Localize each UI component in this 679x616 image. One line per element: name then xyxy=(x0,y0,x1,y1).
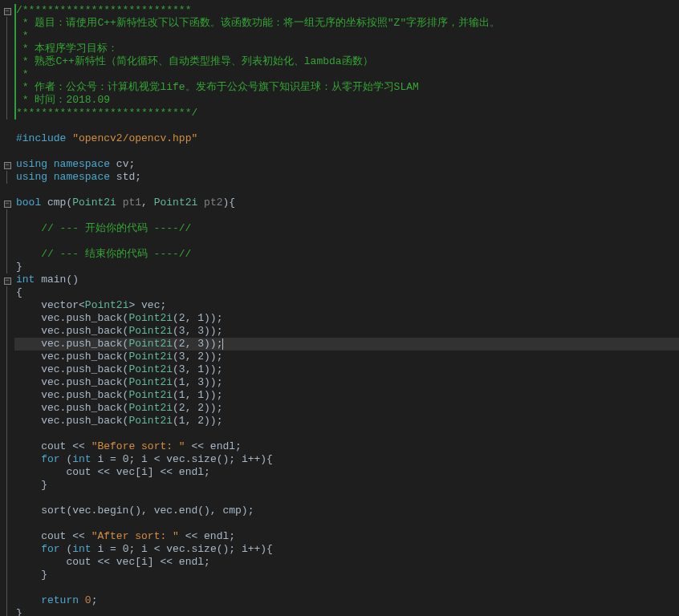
code-line[interactable]: for (int i = 0; i < vec.size(); i++){ xyxy=(14,543,679,556)
code-line[interactable] xyxy=(14,184,679,197)
code-line[interactable]: * 时间：2018.09 xyxy=(14,94,679,107)
code-line[interactable]: * 本程序学习目标： xyxy=(14,43,679,55)
fold-toggle[interactable]: − xyxy=(0,4,14,17)
code-line[interactable] xyxy=(14,209,679,222)
code-line[interactable]: using namespace std; xyxy=(14,171,679,184)
code-line[interactable]: return 0; xyxy=(14,594,679,607)
code-line[interactable] xyxy=(14,582,679,594)
code-line[interactable]: vec.push_back(Point2i(2, 2)); xyxy=(14,402,679,415)
code-line[interactable]: vector<Point2i> vec; xyxy=(14,299,679,312)
code-line[interactable]: vec.push_back(Point2i(1, 1)); xyxy=(14,389,679,402)
minus-icon: − xyxy=(4,278,11,285)
code-line[interactable]: int main() xyxy=(14,274,679,286)
code-line[interactable]: /*************************** xyxy=(14,4,679,17)
code-line[interactable] xyxy=(14,145,679,158)
code-line[interactable]: * 题目：请使用C++新特性改下以下函数。该函数功能：将一组无序的坐标按照"Z"… xyxy=(14,17,679,30)
code-line[interactable]: } xyxy=(14,569,679,582)
code-line[interactable]: vec.push_back(Point2i(3, 3)); xyxy=(14,325,679,338)
code-line[interactable]: for (int i = 0; i < vec.size(); i++){ xyxy=(14,453,679,466)
code-line[interactable]: // --- 开始你的代码 ----// xyxy=(14,222,679,235)
code-line[interactable]: vec.push_back(Point2i(2, 1)); xyxy=(14,312,679,325)
code-line[interactable]: { xyxy=(14,286,679,299)
text-cursor xyxy=(222,338,223,350)
change-marker xyxy=(14,4,16,120)
code-line[interactable] xyxy=(14,517,679,530)
fold-toggle[interactable]: − xyxy=(0,158,14,171)
gutter: − − − − xyxy=(0,0,14,616)
fold-toggle[interactable]: − xyxy=(0,197,14,209)
code-line[interactable]: } xyxy=(14,607,679,616)
code-line[interactable]: vec.push_back(Point2i(1, 2)); xyxy=(14,415,679,428)
minus-icon: − xyxy=(4,201,11,208)
code-line[interactable]: } xyxy=(14,261,679,274)
code-line[interactable]: using namespace cv; xyxy=(14,158,679,171)
code-line[interactable] xyxy=(14,235,679,248)
code-line[interactable] xyxy=(14,428,679,440)
code-line[interactable]: // --- 结束你的代码 ----// xyxy=(14,248,679,261)
code-line[interactable]: } xyxy=(14,479,679,492)
code-line[interactable]: vec.push_back(Point2i(3, 2)); xyxy=(14,351,679,363)
code-line[interactable]: * xyxy=(14,68,679,81)
code-line[interactable]: vec.push_back(Point2i(1, 3)); xyxy=(14,376,679,389)
code-line[interactable]: ****************************/ xyxy=(14,107,679,120)
code-line[interactable]: cout << "Before sort: " << endl; xyxy=(14,440,679,453)
code-line[interactable]: sort(vec.begin(), vec.end(), cmp); xyxy=(14,505,679,517)
code-line[interactable] xyxy=(14,120,679,132)
code-editor[interactable]: − − − − xyxy=(0,0,679,616)
minus-icon: − xyxy=(4,8,11,15)
code-line[interactable]: * xyxy=(14,30,679,43)
minus-icon: − xyxy=(4,162,11,169)
fold-toggle[interactable]: − xyxy=(0,274,14,286)
code-line-active[interactable]: vec.push_back(Point2i(2, 3)); xyxy=(14,338,679,351)
code-line[interactable]: #include "opencv2/opencv.hpp" xyxy=(14,132,679,145)
code-area[interactable]: /*************************** * 题目：请使用C++… xyxy=(14,0,679,616)
code-line[interactable]: vec.push_back(Point2i(3, 1)); xyxy=(14,363,679,376)
code-line[interactable]: cout << "After sort: " << endl; xyxy=(14,530,679,543)
code-line[interactable]: cout << vec[i] << endl; xyxy=(14,556,679,569)
code-line[interactable]: * 作者：公众号：计算机视觉life。发布于公众号旗下知识星球：从零开始学习SL… xyxy=(14,81,679,94)
code-line[interactable] xyxy=(14,492,679,505)
code-line[interactable]: cout << vec[i] << endl; xyxy=(14,466,679,479)
code-line[interactable]: * 熟悉C++新特性（简化循环、自动类型推导、列表初始化、lambda函数） xyxy=(14,55,679,68)
code-line[interactable]: bool cmp(Point2i pt1, Point2i pt2){ xyxy=(14,197,679,209)
